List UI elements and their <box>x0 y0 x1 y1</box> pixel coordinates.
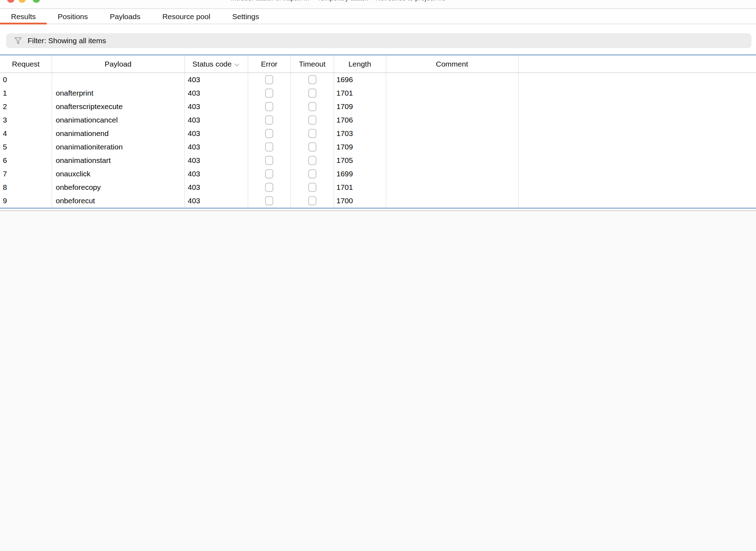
timeout-checkbox[interactable] <box>308 196 316 205</box>
column-header-timeout-label: Timeout <box>299 60 325 68</box>
error-checkbox[interactable] <box>265 142 273 152</box>
cell-status-code: 403 <box>184 181 248 194</box>
table-row[interactable]: 7 onauxclick 403 1699 <box>0 167 756 181</box>
cell-comment <box>386 140 518 154</box>
cell-request: 8 <box>0 181 52 194</box>
error-checkbox[interactable] <box>265 115 273 125</box>
timeout-checkbox[interactable] <box>308 102 316 111</box>
cell-comment <box>386 86 518 100</box>
cell-filler <box>518 154 756 167</box>
tab-positions[interactable]: Positions <box>47 9 99 24</box>
cell-comment <box>386 194 518 208</box>
timeout-checkbox[interactable] <box>308 129 316 138</box>
cell-timeout <box>291 100 334 113</box>
error-checkbox[interactable] <box>265 169 273 178</box>
cell-filler <box>518 194 756 208</box>
cell-error <box>248 73 291 87</box>
table-row[interactable]: 4 onanimationend 403 1703 <box>0 127 756 140</box>
table-row[interactable]: 1 onafterprint 403 1701 <box>0 86 756 100</box>
table-row[interactable]: 8 onbeforecopy 403 1701 <box>0 181 756 194</box>
tab-resource-pool[interactable]: Resource pool <box>151 9 221 24</box>
cell-filler <box>518 86 756 100</box>
cell-status-code: 403 <box>184 140 248 154</box>
timeout-checkbox[interactable] <box>308 89 316 98</box>
cell-error <box>248 86 291 100</box>
cell-request: 2 <box>0 100 52 113</box>
column-header-payload-label: Payload <box>105 60 132 68</box>
error-checkbox[interactable] <box>265 75 273 84</box>
column-header-comment[interactable]: Comment <box>386 56 518 73</box>
cell-length: 1703 <box>334 127 386 140</box>
cell-filler <box>518 73 756 87</box>
cell-error <box>248 181 291 194</box>
tab-settings[interactable]: Settings <box>221 9 270 24</box>
minimize-window-button[interactable] <box>18 0 26 3</box>
cell-request: 1 <box>0 86 52 100</box>
cell-comment <box>386 167 518 181</box>
tab-payloads-label: Payloads <box>110 12 140 21</box>
timeout-checkbox[interactable] <box>308 115 316 125</box>
table-row[interactable]: 6 onanimationstart 403 1705 <box>0 154 756 167</box>
error-checkbox[interactable] <box>265 183 273 192</box>
timeout-checkbox[interactable] <box>308 75 316 84</box>
column-header-status-code[interactable]: Status code <box>184 56 248 73</box>
column-header-error[interactable]: Error <box>248 56 291 73</box>
timeout-checkbox[interactable] <box>308 169 316 178</box>
error-checkbox[interactable] <box>265 196 273 205</box>
column-header-filler <box>518 56 756 73</box>
error-checkbox[interactable] <box>265 102 273 111</box>
cell-status-code: 403 <box>184 73 248 87</box>
cell-comment <box>386 100 518 113</box>
window-title: Intruder attack of https://… – Temporary… <box>231 0 446 2</box>
tab-resource-pool-label: Resource pool <box>162 12 210 21</box>
column-header-payload[interactable]: Payload <box>52 56 184 73</box>
sort-chevron-icon <box>234 63 240 67</box>
cell-timeout <box>291 194 334 208</box>
timeout-checkbox[interactable] <box>308 156 316 165</box>
cell-payload: onbeforecut <box>52 194 184 208</box>
horizontal-splitter[interactable] <box>0 209 756 211</box>
cell-error <box>248 140 291 154</box>
cell-filler <box>518 181 756 194</box>
cell-length: 1701 <box>334 86 386 100</box>
cell-error <box>248 167 291 181</box>
timeout-checkbox[interactable] <box>308 183 316 192</box>
table-row[interactable]: 3 onanimationcancel 403 1706 <box>0 113 756 127</box>
cell-length: 1705 <box>334 154 386 167</box>
cell-status-code: 403 <box>184 113 248 127</box>
error-checkbox[interactable] <box>265 129 273 138</box>
table-row[interactable]: 2 onafterscriptexecute 403 1709 <box>0 100 756 113</box>
tab-payloads[interactable]: Payloads <box>99 9 151 24</box>
table-row[interactable]: 9 onbeforecut 403 1700 <box>0 194 756 208</box>
cell-payload: onafterprint <box>52 86 184 100</box>
close-window-button[interactable] <box>7 0 15 3</box>
cell-comment <box>386 113 518 127</box>
cell-length: 1701 <box>334 181 386 194</box>
cell-filler <box>518 127 756 140</box>
cell-timeout <box>291 113 334 127</box>
filter-bar[interactable]: Filter: Showing all items <box>6 33 751 48</box>
error-checkbox[interactable] <box>265 156 273 165</box>
cell-request: 9 <box>0 194 52 208</box>
tab-results-label: Results <box>11 12 36 21</box>
window-title-bar: Intruder attack of https://… – Temporary… <box>0 0 756 9</box>
zoom-window-button[interactable] <box>33 0 40 3</box>
cell-length: 1709 <box>334 100 386 113</box>
cell-timeout <box>291 73 334 87</box>
cell-timeout <box>291 154 334 167</box>
table-row[interactable]: 5 onanimationiteration 403 1709 <box>0 140 756 154</box>
tab-results[interactable]: Results <box>0 9 47 24</box>
cell-filler <box>518 140 756 154</box>
cell-comment <box>386 127 518 140</box>
column-header-request[interactable]: Request <box>0 56 52 73</box>
column-header-length[interactable]: Length <box>334 56 386 73</box>
timeout-checkbox[interactable] <box>308 142 316 152</box>
cell-payload <box>52 73 184 87</box>
error-checkbox[interactable] <box>265 89 273 98</box>
table-row[interactable]: 0 403 1696 <box>0 73 756 87</box>
cell-error <box>248 100 291 113</box>
column-header-timeout[interactable]: Timeout <box>291 56 334 73</box>
cell-status-code: 403 <box>184 154 248 167</box>
column-header-request-label: Request <box>12 60 40 68</box>
tab-settings-label: Settings <box>232 12 259 21</box>
